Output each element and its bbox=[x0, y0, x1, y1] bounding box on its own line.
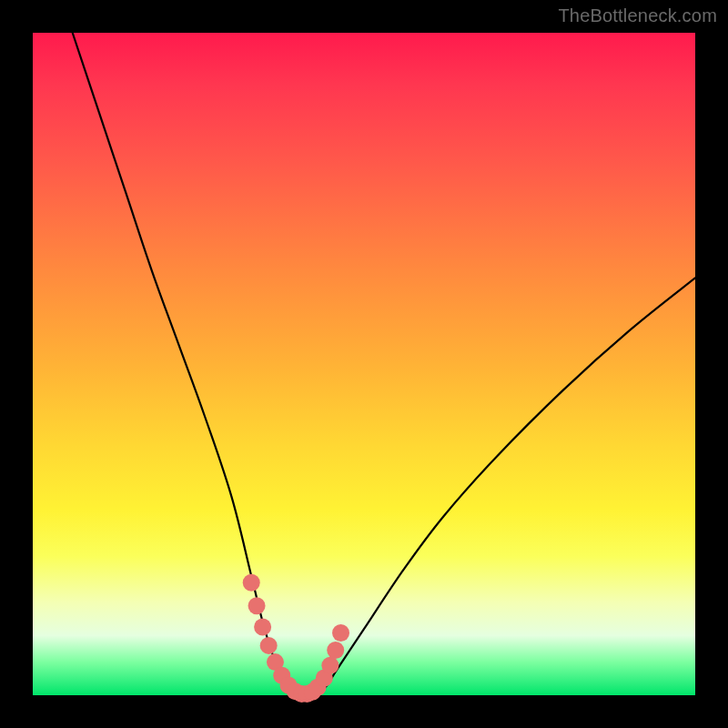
marker-dot bbox=[260, 637, 278, 654]
plot-area bbox=[33, 33, 695, 695]
marker-dot bbox=[254, 619, 271, 636]
marker-dot bbox=[248, 597, 266, 614]
marker-dot bbox=[327, 642, 344, 659]
marker-dot bbox=[243, 574, 260, 592]
chart-frame: TheBottleneck.com bbox=[0, 0, 728, 728]
highlight-markers bbox=[243, 574, 349, 703]
watermark-text: TheBottleneck.com bbox=[558, 5, 717, 26]
marker-dot bbox=[321, 657, 339, 674]
marker-dot bbox=[332, 624, 349, 642]
bottleneck-curve bbox=[73, 33, 695, 696]
curve-layer bbox=[33, 33, 695, 695]
